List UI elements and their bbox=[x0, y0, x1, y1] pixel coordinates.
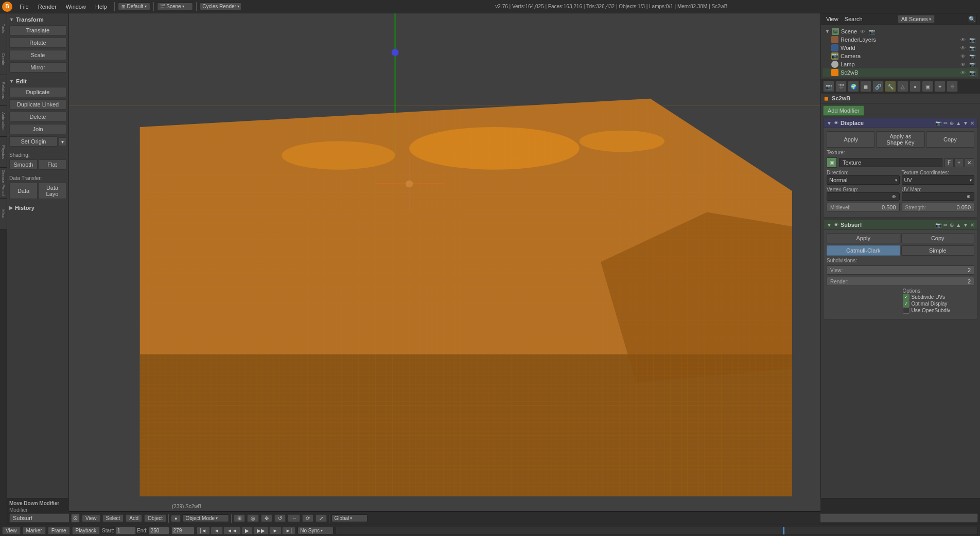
uv-map-field[interactable]: ⊕ bbox=[902, 192, 975, 201]
displace-down-icon[interactable]: ▼ bbox=[963, 120, 968, 126]
current-frame-field[interactable]: 279 bbox=[171, 527, 195, 534]
set-origin-btn[interactable]: Set Origin bbox=[9, 136, 58, 147]
vt-pan[interactable]: ✥ bbox=[261, 514, 272, 522]
timeline-view-btn[interactable]: View bbox=[2, 527, 21, 534]
flat-btn[interactable]: Flat bbox=[38, 159, 66, 170]
sc2wb-cam[interactable]: 📷 bbox=[969, 69, 976, 76]
data-btn[interactable]: Data bbox=[9, 183, 38, 199]
world-cam[interactable]: 📷 bbox=[969, 44, 976, 51]
duplicate-btn[interactable]: Duplicate bbox=[9, 87, 66, 97]
camera-cam[interactable]: 📷 bbox=[969, 52, 976, 60]
mirror-btn[interactable]: Mirror bbox=[9, 62, 66, 73]
scene-item[interactable]: ▼ 🎬 Scene 👁 📷 bbox=[823, 27, 978, 35]
camera-item[interactable]: 📷 Camera 👁 📷 bbox=[823, 52, 978, 60]
lamp-item[interactable]: Lamp 👁 📷 bbox=[823, 60, 978, 68]
displace-collapse[interactable]: ▼ bbox=[827, 120, 832, 126]
data-props-icon[interactable]: △ bbox=[897, 81, 908, 92]
jump-end-btn[interactable]: ►| bbox=[282, 527, 296, 534]
duplicate-linked-btn[interactable]: Duplicate Linked bbox=[9, 99, 66, 110]
sc2wb-vis[interactable]: 👁 bbox=[959, 69, 967, 76]
subsurf-collapse[interactable]: ▼ bbox=[827, 222, 832, 228]
physics-props-icon[interactable]: ⚛ bbox=[947, 81, 958, 92]
smooth-btn[interactable]: Smooth bbox=[9, 159, 38, 170]
menu-window[interactable]: Window bbox=[62, 3, 90, 11]
world-props-icon[interactable]: 🌍 bbox=[848, 81, 859, 92]
view-sub-field[interactable]: View: 2 bbox=[827, 265, 974, 275]
sync-dropdown[interactable]: No Sync ▾ bbox=[297, 527, 334, 534]
vt-object-btn[interactable]: Object bbox=[144, 514, 166, 522]
texture-f-btn[interactable]: F bbox=[944, 158, 954, 167]
vtab-animation[interactable]: Animation bbox=[0, 106, 7, 137]
subsurf-camera-icon[interactable]: 📷 bbox=[935, 222, 941, 228]
world-item[interactable]: World 👁 📷 bbox=[823, 44, 978, 52]
simple-btn[interactable]: Simple bbox=[901, 245, 975, 256]
jump-start-btn[interactable]: |◄ bbox=[197, 527, 211, 534]
vtab-grease-pencil[interactable]: Grease Pencil bbox=[0, 168, 7, 199]
data-layo-btn[interactable]: Data Layo bbox=[38, 183, 66, 199]
play-back-btn[interactable]: ◄◄ bbox=[223, 527, 241, 534]
menu-file[interactable]: File bbox=[15, 3, 33, 11]
subsurf-copy-btn[interactable]: Copy bbox=[901, 233, 975, 243]
timeline-playback-btn[interactable]: Playback bbox=[72, 527, 100, 534]
vt-add-btn[interactable]: Add bbox=[126, 514, 142, 522]
vt-translate[interactable]: ↔ bbox=[288, 514, 300, 522]
props-search-input[interactable]: 🔍 bbox=[968, 15, 977, 23]
displace-expand-icon[interactable]: ⊕ bbox=[950, 120, 954, 126]
vt-orbit[interactable]: ↺ bbox=[274, 514, 286, 522]
particles-props-icon[interactable]: ✦ bbox=[934, 81, 946, 92]
displace-camera-icon[interactable]: 📷 bbox=[935, 120, 941, 126]
menu-render[interactable]: Render bbox=[34, 3, 61, 11]
midlevel-field[interactable]: Midlevel: 0.500 bbox=[827, 203, 900, 212]
screen-layout-btn[interactable]: ⊞ Default ▾ bbox=[118, 3, 151, 10]
rotate-btn[interactable]: Rotate bbox=[9, 38, 66, 48]
object-props-icon[interactable]: ◼ bbox=[860, 81, 871, 92]
pivot-dropdown[interactable]: Global ▾ bbox=[331, 514, 367, 522]
vtab-relations[interactable]: Relations bbox=[0, 75, 7, 106]
subsurf-delete-icon[interactable]: ✕ bbox=[970, 222, 974, 228]
render-sub-field[interactable]: Render: 2 bbox=[827, 277, 974, 286]
subsurf-up-icon[interactable]: ▲ bbox=[956, 222, 961, 228]
sc2wb-item[interactable]: Sc2wB 👁 📷 bbox=[823, 68, 978, 77]
vt-zoom[interactable]: ◎ bbox=[247, 514, 259, 522]
prev-frame-btn[interactable]: ◄ bbox=[211, 527, 223, 534]
join-btn[interactable]: Join bbox=[9, 124, 66, 134]
texture-name-field[interactable]: Texture bbox=[839, 158, 942, 167]
subsurf-expand-icon[interactable]: ⊕ bbox=[950, 222, 954, 228]
optimal-display-cb[interactable] bbox=[903, 300, 909, 307]
next-frame-btn[interactable]: ► bbox=[269, 527, 282, 534]
vertex-group-field[interactable]: ⊕ bbox=[827, 192, 900, 201]
displace-copy-btn[interactable]: Copy bbox=[926, 131, 974, 148]
play-fwd-btn[interactable]: ▶▶ bbox=[253, 527, 269, 534]
lamp-cam[interactable]: 📷 bbox=[969, 61, 976, 68]
displace-delete-icon[interactable]: ✕ bbox=[970, 120, 974, 126]
vt-view-icon[interactable]: ⊙ bbox=[71, 514, 80, 523]
render-props-icon[interactable]: 📷 bbox=[823, 81, 834, 92]
vtab-tools[interactable]: Tools bbox=[0, 13, 7, 44]
end-frame-field[interactable]: 250 bbox=[149, 527, 169, 534]
displace-apply-shape-btn[interactable]: Apply as Shape Key bbox=[876, 131, 924, 148]
view-tab[interactable]: View bbox=[824, 15, 841, 23]
translate-btn[interactable]: Translate bbox=[9, 25, 66, 35]
displace-vis-toggle[interactable]: 👁 bbox=[834, 120, 838, 126]
subsurf-vis-toggle[interactable]: 👁 bbox=[834, 222, 838, 227]
texture-unlink-btn[interactable]: ✕ bbox=[964, 158, 974, 167]
vtab-create[interactable]: Create bbox=[0, 44, 7, 75]
scale-btn[interactable]: Scale bbox=[9, 50, 66, 60]
timeline-track[interactable] bbox=[336, 527, 978, 535]
timeline-frame-btn[interactable]: Frame bbox=[48, 527, 70, 534]
subdivide-uvs-cb[interactable] bbox=[903, 294, 909, 300]
vtab-misc[interactable]: Misc bbox=[0, 199, 7, 229]
modifiers-props-icon[interactable]: 🔧 bbox=[885, 81, 896, 92]
displace-apply-btn[interactable]: Apply bbox=[827, 131, 875, 148]
subsurf-down-icon[interactable]: ▼ bbox=[963, 222, 968, 228]
add-modifier-btn[interactable]: Add Modifier bbox=[823, 105, 864, 116]
set-origin-dropdown[interactable]: ▾ bbox=[59, 137, 66, 146]
world-vis[interactable]: 👁 bbox=[959, 44, 967, 51]
camera-vis[interactable]: 👁 bbox=[959, 52, 967, 60]
viewport[interactable]: User Persp Meters bbox=[69, 13, 820, 525]
constraints-props-icon[interactable]: 🔗 bbox=[872, 81, 884, 92]
timeline-marker-btn[interactable]: Marker bbox=[23, 527, 46, 534]
subsurf-edit-icon[interactable]: ✏ bbox=[943, 222, 948, 228]
vtab-physics[interactable]: Physics bbox=[0, 137, 7, 168]
vt-view-btn[interactable]: View bbox=[82, 514, 100, 522]
